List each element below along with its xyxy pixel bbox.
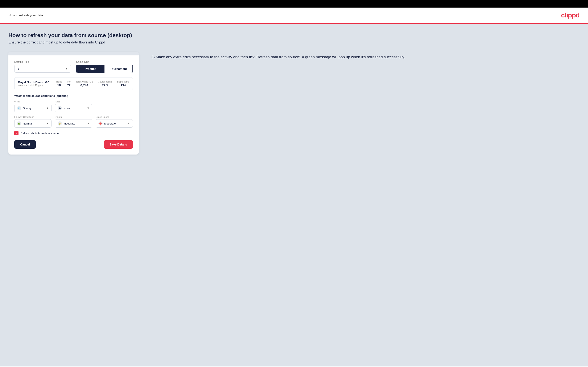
course-location: Westward Ho!, England (18, 84, 51, 87)
rain-chevron-icon: ▼ (87, 107, 90, 110)
course-stats: Holes 18 Par 72 Yards/White (M)) 6,744 C… (56, 80, 129, 87)
refresh-checkbox-label: Refresh shots from data source (21, 132, 59, 135)
rough-field: Rough 🌾 Moderate ▼ (55, 116, 92, 128)
stat-course-rating: Course rating 72.5 (98, 80, 112, 87)
rough-icon: 🌾 (58, 121, 62, 125)
refresh-checkbox[interactable]: ✓ (14, 131, 18, 135)
card-top-bar (9, 52, 139, 55)
stat-yards-value: 6,744 (76, 83, 93, 87)
wind-rain-row: Wind 💨 Strong ▼ Rain 🌤 None ▼ (14, 100, 133, 112)
wind-value: Strong (23, 107, 44, 110)
starting-hole-value: 1 (17, 67, 19, 70)
green-speed-select[interactable]: 🎯 Moderate ▼ (96, 119, 133, 128)
stat-course-rating-value: 72.5 (98, 83, 112, 87)
stat-yards: Yards/White (M)) 6,744 (76, 80, 93, 87)
starting-hole-chevron-icon: ▼ (65, 67, 68, 70)
rough-select[interactable]: 🌾 Moderate ▼ (55, 119, 92, 128)
stat-yards-label: Yards/White (M)) (76, 80, 93, 83)
fairway-icon: 🌿 (17, 121, 21, 125)
green-speed-icon: 🎯 (98, 121, 103, 125)
button-row: Cancel Save Details (14, 140, 133, 149)
rain-value: None (63, 107, 85, 110)
wind-field: Wind 💨 Strong ▼ (14, 100, 52, 112)
practice-button[interactable]: Practice (77, 65, 104, 73)
header: How to refresh your data clippd (0, 8, 588, 24)
fairway-value: Normal (23, 122, 44, 125)
game-type-field: Game Type Practice Tournament (76, 60, 133, 73)
course-details: Royal North Devon GC, Westward Ho!, Engl… (18, 81, 51, 87)
stat-par: Par 72 (67, 80, 71, 87)
fairway-rough-green-row: Fairway Conditions 🌿 Normal ▼ Rough 🌾 Mo… (14, 116, 133, 128)
rough-label: Rough (55, 116, 92, 118)
rain-select[interactable]: 🌤 None ▼ (55, 104, 92, 112)
page-heading: How to refresh your data from source (de… (9, 32, 579, 39)
stat-holes: Holes 18 (56, 80, 62, 87)
green-speed-chevron-icon: ▼ (128, 122, 130, 125)
fairway-label: Fairway Conditions (14, 116, 52, 118)
stat-par-value: 72 (67, 83, 71, 87)
logo: clippd (561, 11, 579, 19)
save-details-button[interactable]: Save Details (104, 140, 133, 149)
main-content: How to refresh your data from source (de… (0, 24, 588, 366)
rain-icon: 🌤 (58, 106, 62, 110)
stat-slope-label: Slope rating (117, 80, 129, 83)
course-name: Royal North Devon GC, (18, 81, 51, 84)
stat-holes-label: Holes (56, 80, 62, 83)
header-title: How to refresh your data (9, 13, 43, 17)
course-info: Royal North Devon GC, Westward Ho!, Engl… (14, 77, 133, 90)
refresh-checkbox-row: ✓ Refresh shots from data source (14, 131, 133, 135)
content-row: Starting Hole 1 ▼ Game Type Practice Tou… (9, 52, 579, 155)
page-subheading: Ensure the correct and most up to date d… (9, 40, 579, 44)
fairway-chevron-icon: ▼ (46, 122, 49, 125)
green-speed-label: Green Speed (96, 116, 133, 118)
green-speed-field: Green Speed 🎯 Moderate ▼ (96, 116, 133, 128)
cancel-button[interactable]: Cancel (14, 140, 36, 149)
wind-select[interactable]: 💨 Strong ▼ (14, 104, 52, 112)
tournament-button[interactable]: Tournament (104, 65, 132, 73)
top-bar (0, 0, 588, 8)
stat-slope-value: 134 (117, 83, 129, 87)
rough-chevron-icon: ▼ (87, 122, 90, 125)
starting-hole-select[interactable]: 1 ▼ (14, 65, 71, 73)
rain-label: Rain (55, 100, 92, 103)
activity-card: Starting Hole 1 ▼ Game Type Practice Tou… (9, 52, 139, 155)
game-type-label: Game Type (76, 60, 133, 63)
stat-course-rating-label: Course rating (98, 80, 112, 83)
starting-hole-field: Starting Hole 1 ▼ (14, 60, 71, 73)
empty-col (96, 100, 133, 112)
top-fields: Starting Hole 1 ▼ Game Type Practice Tou… (14, 60, 133, 73)
wind-label: Wind (14, 100, 52, 103)
weather-section-label: Weather and course conditions (optional) (14, 94, 133, 97)
green-speed-value: Moderate (104, 122, 126, 125)
stat-par-label: Par (67, 80, 71, 83)
rain-field: Rain 🌤 None ▼ (55, 100, 92, 112)
fairway-select[interactable]: 🌿 Normal ▼ (14, 119, 52, 128)
wind-chevron-icon: ▼ (46, 107, 49, 110)
footer: Copyright Clippd 2022 (0, 366, 588, 367)
game-type-toggle: Practice Tournament (76, 65, 133, 73)
rough-value: Moderate (63, 122, 85, 125)
stat-slope: Slope rating 134 (117, 80, 129, 87)
stat-holes-value: 18 (56, 83, 62, 87)
fairway-field: Fairway Conditions 🌿 Normal ▼ (14, 116, 52, 128)
side-text: 3) Make any extra edits necessary to the… (151, 52, 579, 60)
starting-hole-label: Starting Hole (14, 60, 71, 63)
wind-icon: 💨 (17, 106, 21, 110)
checkmark-icon: ✓ (15, 132, 18, 135)
side-description: 3) Make any extra edits necessary to the… (151, 54, 579, 60)
